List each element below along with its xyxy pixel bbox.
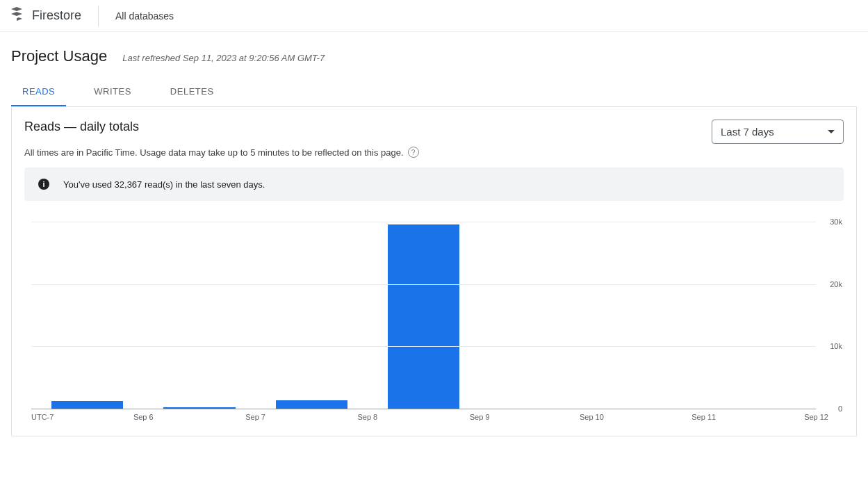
tab-writes[interactable]: Writes [83,78,142,106]
chart-plot: 010k20k30k [31,222,816,409]
help-icon[interactable]: ? [408,147,419,158]
chart-x-tick: Sep 9 [470,413,490,421]
chart-x-tick: Sep 10 [580,413,604,421]
chart-bar[interactable] [388,224,459,409]
product-name: Firestore [32,8,81,23]
chart-bar[interactable] [276,400,347,409]
topbar: Firestore All databases [0,0,868,32]
chart-y-tick: 10k [830,342,842,350]
chart-x-tick: Sep 8 [357,413,377,421]
chart-y-tick: 0 [838,404,842,413]
usage-card: Reads — daily totals All times are in Pa… [11,107,857,436]
chart-x-tick: Sep 11 [691,413,716,421]
dropdown-icon [828,130,835,133]
page-content: Project Usage Last refreshed Sep 11, 202… [0,32,868,436]
chart-x-tick: Sep 6 [133,413,154,421]
chart-y-tick: 30k [830,218,842,226]
chart-bar-slot [480,222,591,409]
chart-area: 010k20k30k UTC-7Sep 6Sep 7Sep 8Sep 9Sep … [31,222,816,423]
chart-bar[interactable] [163,407,235,409]
chart-gridline [31,284,816,285]
page-header: Project Usage Last refreshed Sep 11, 202… [11,47,857,65]
time-range-select[interactable]: Last 7 days [712,120,844,144]
card-header: Reads — daily totals All times are in Pa… [24,120,844,158]
chart-bars [31,222,816,409]
card-subtext: All times are in Pacific Time. Usage dat… [24,147,404,158]
chart-x-tick: Sep 7 [245,413,265,421]
chart-gridline [31,222,816,222]
banner-text: You've used 32,367 read(s) in the last s… [63,179,265,190]
page-title: Project Usage [11,47,107,65]
chart-x-end: Sep 12 [804,413,828,421]
time-range-value: Last 7 days [721,126,774,138]
chart-bar-slot [31,222,143,409]
product-logo-block[interactable]: Firestore [8,6,99,26]
chart-gridline [31,346,816,347]
tab-reads[interactable]: Reads [11,78,66,106]
card-header-left: Reads — daily totals All times are in Pa… [24,120,419,158]
chart-bar-slot [591,222,703,409]
chart-bar-slot [368,222,480,409]
info-icon: i [38,179,49,190]
tab-deletes[interactable]: Deletes [159,78,225,106]
card-subtext-row: All times are in Pacific Time. Usage dat… [24,147,419,158]
database-scope-label[interactable]: All databases [115,10,174,22]
last-refreshed-label: Last refreshed Sep 11, 2023 at 9:20:56 A… [122,53,325,63]
firestore-icon [8,6,25,25]
chart-bar[interactable] [51,401,123,409]
card-title: Reads — daily totals [24,120,419,134]
metric-tabs: Reads Writes Deletes [11,78,857,107]
chart-x-axis: UTC-7Sep 6Sep 7Sep 8Sep 9Sep 10Sep 11Sep… [31,411,816,423]
chart-y-tick: 20k [830,280,842,288]
usage-banner: i You've used 32,367 read(s) in the last… [24,167,844,201]
chart-bar-slot [143,222,255,409]
chart-x-origin: UTC-7 [31,413,54,421]
chart-bar-slot [256,222,368,409]
chart-bar-slot [704,222,816,409]
